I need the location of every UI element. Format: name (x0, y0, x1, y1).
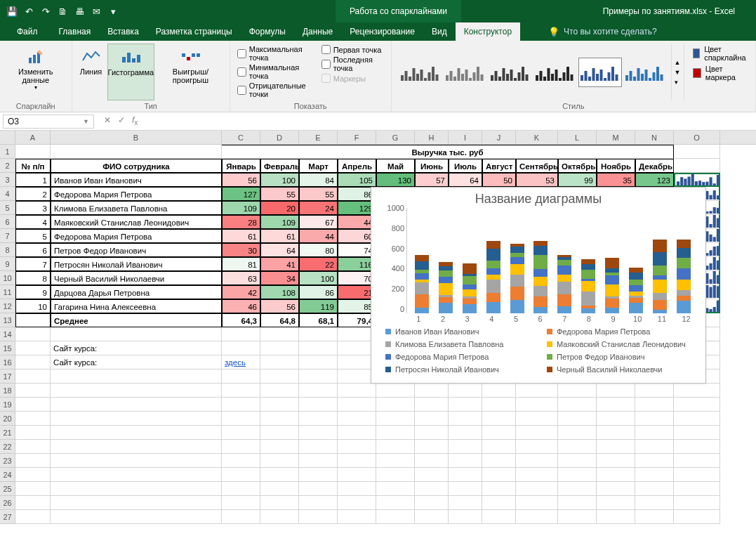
row-header[interactable]: 10 (0, 271, 15, 285)
cell[interactable]: 86 (299, 285, 338, 299)
cell[interactable] (482, 454, 516, 468)
cell[interactable] (415, 440, 449, 454)
row-header[interactable]: 6 (0, 215, 15, 229)
cell[interactable] (15, 426, 51, 440)
cell[interactable]: 53 (516, 173, 558, 187)
cell[interactable]: Черный Василий Николаевчи (51, 271, 222, 285)
cell[interactable] (482, 440, 516, 454)
cell[interactable] (674, 440, 720, 454)
cell[interactable] (222, 398, 260, 412)
row-header[interactable]: 1 (0, 145, 15, 159)
col-header[interactable]: M (597, 131, 635, 144)
cell[interactable] (558, 384, 597, 398)
namebox-dropdown-icon[interactable]: ▼ (83, 118, 89, 125)
cell[interactable] (449, 440, 482, 454)
cell[interactable]: 81 (222, 257, 260, 271)
cell[interactable]: 123 (635, 173, 674, 187)
cell[interactable]: Декабрь (635, 159, 674, 173)
cell[interactable] (376, 412, 415, 426)
cell[interactable] (674, 468, 720, 482)
cell[interactable]: Август (482, 159, 516, 173)
cell[interactable]: 2 (15, 187, 51, 201)
row-header[interactable]: 21 (0, 426, 15, 440)
cell[interactable] (260, 440, 299, 454)
cell[interactable]: 3 (15, 201, 51, 215)
row-header[interactable]: 15 (0, 341, 15, 355)
cell[interactable] (15, 313, 51, 327)
cell[interactable] (51, 496, 222, 510)
row-header[interactable]: 19 (0, 398, 15, 412)
cell[interactable] (260, 482, 299, 496)
cell[interactable] (376, 454, 415, 468)
gallery-down-icon[interactable]: ▼ (673, 67, 682, 77)
cell[interactable] (338, 426, 376, 440)
cell[interactable] (222, 496, 260, 510)
cell[interactable] (415, 426, 449, 440)
style-option[interactable] (399, 58, 442, 87)
sparkline-cell[interactable] (674, 173, 720, 187)
cell[interactable]: Март (299, 159, 338, 173)
chk-last[interactable]: Последняя точка (321, 55, 384, 72)
cell[interactable] (15, 454, 51, 468)
cell[interactable]: 7 (15, 257, 51, 271)
cell[interactable] (15, 468, 51, 482)
gallery-up-icon[interactable]: ▲ (673, 58, 682, 67)
cell[interactable] (597, 398, 635, 412)
cell[interactable] (15, 482, 51, 496)
cell[interactable] (15, 510, 51, 524)
cell[interactable] (260, 384, 299, 398)
cell[interactable]: 100 (260, 173, 299, 187)
undo-icon[interactable]: ↶ (22, 5, 35, 18)
row-header[interactable]: 26 (0, 496, 15, 510)
row-header[interactable]: 11 (0, 285, 15, 299)
cell[interactable] (558, 496, 597, 510)
cell[interactable] (482, 412, 516, 426)
style-gallery[interactable] (396, 44, 670, 100)
cell[interactable] (635, 398, 674, 412)
cell[interactable] (376, 482, 415, 496)
cell[interactable] (338, 384, 376, 398)
row-header[interactable]: 16 (0, 355, 15, 369)
cell[interactable] (415, 454, 449, 468)
cell[interactable] (516, 440, 558, 454)
cell[interactable] (376, 496, 415, 510)
cell[interactable] (299, 468, 338, 482)
cell[interactable] (635, 440, 674, 454)
cell[interactable]: Май (376, 159, 415, 173)
cell[interactable]: Гагарина Нина Алексеевна (51, 299, 222, 313)
row-header[interactable]: 3 (0, 173, 15, 187)
cell[interactable]: Сайт курса: (51, 341, 222, 355)
col-header[interactable]: K (516, 131, 558, 144)
row-header[interactable]: 24 (0, 468, 15, 482)
chk-markers[interactable]: Маркеры (321, 74, 384, 83)
cell[interactable] (635, 454, 674, 468)
cell[interactable] (51, 454, 222, 468)
cell[interactable] (415, 412, 449, 426)
cell[interactable] (635, 468, 674, 482)
cell[interactable] (558, 510, 597, 524)
cell[interactable] (558, 454, 597, 468)
cell[interactable] (376, 384, 415, 398)
cell[interactable]: 67 (299, 215, 338, 229)
cell[interactable] (299, 341, 338, 355)
cell[interactable]: 61 (260, 229, 299, 243)
cell[interactable] (299, 327, 338, 341)
cell[interactable] (15, 496, 51, 510)
cell[interactable] (597, 440, 635, 454)
cell[interactable] (482, 468, 516, 482)
cell[interactable]: 20 (260, 201, 299, 215)
cell[interactable] (449, 412, 482, 426)
tab-insert[interactable]: Вставка (99, 22, 147, 41)
cell[interactable] (597, 482, 635, 496)
cell[interactable] (516, 468, 558, 482)
tab-review[interactable]: Рецензирование (341, 22, 423, 41)
cell[interactable] (260, 496, 299, 510)
marker-color-button[interactable]: Цвет маркера (690, 63, 752, 83)
cell[interactable] (51, 369, 222, 384)
cell[interactable] (51, 440, 222, 454)
row-header[interactable]: 14 (0, 327, 15, 341)
cell[interactable]: Октябрь (558, 159, 597, 173)
cell[interactable] (51, 426, 222, 440)
cell[interactable]: Июль (449, 159, 482, 173)
row-header[interactable]: 13 (0, 313, 15, 327)
